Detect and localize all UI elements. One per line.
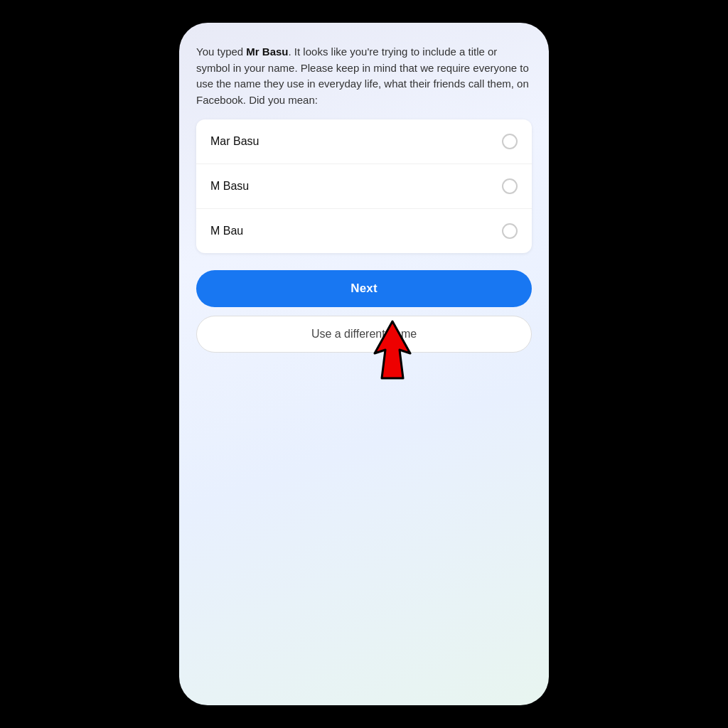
different-name-button[interactable]: Use a different name: [196, 316, 532, 353]
description-bold: Mr Basu: [246, 46, 288, 58]
description-prefix: You typed: [196, 46, 246, 58]
options-card: Mar Basu M Basu M Bau: [196, 119, 532, 253]
description-text: You typed Mr Basu. It looks like you're …: [196, 44, 532, 108]
radio-mar-basu[interactable]: [502, 134, 518, 149]
option-label-m-bau: M Bau: [210, 225, 243, 237]
option-label-m-basu: M Basu: [210, 180, 249, 193]
phone-screen: You typed Mr Basu. It looks like you're …: [179, 23, 549, 705]
option-row-m-basu[interactable]: M Basu: [196, 164, 532, 209]
next-button[interactable]: Next: [196, 270, 532, 307]
option-row-m-bau[interactable]: M Bau: [196, 209, 532, 253]
option-row-mar-basu[interactable]: Mar Basu: [196, 119, 532, 164]
radio-m-bau[interactable]: [502, 223, 518, 239]
option-label-mar-basu: Mar Basu: [210, 135, 259, 148]
radio-m-basu[interactable]: [502, 178, 518, 194]
